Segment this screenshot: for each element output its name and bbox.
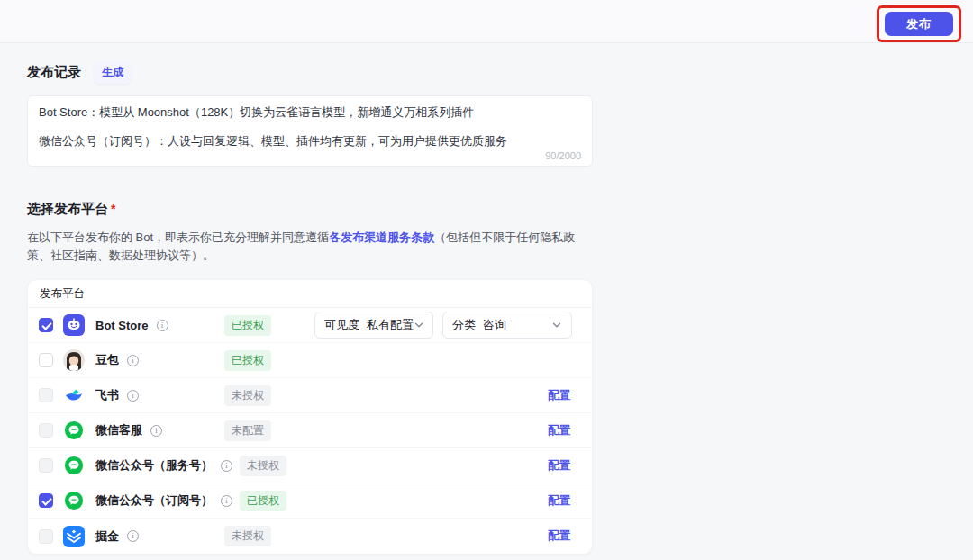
chevron-down-icon (414, 320, 424, 330)
platform-name: Bot Store (95, 319, 149, 332)
platform-table-header: 发布平台 (28, 280, 592, 308)
configure-link[interactable]: 配置 (548, 528, 570, 544)
platform-name: 豆包 (95, 352, 119, 368)
topbar: 发布 (0, 0, 973, 43)
status-badge: 已授权 (224, 315, 271, 336)
info-icon[interactable]: i (157, 320, 168, 331)
configure-link[interactable]: 配置 (548, 493, 570, 509)
category-dropdown-value: 咨询 (483, 317, 506, 333)
doubao-avatar-icon (63, 349, 85, 371)
release-note-line-1: Bot Store：模型从 Moonshot（128K）切换为云雀语言模型，新增… (39, 105, 581, 120)
platform-row-bot-store: Bot Store i 已授权 可见度 私有配置 分类 咨询 (28, 308, 592, 343)
platform-row-feishu: 飞书 i 未授权 配置 (28, 378, 592, 413)
platform-row-wechat-service: 微信公众号（服务号） i 未授权 配置 (28, 448, 592, 483)
status-badge: 未授权 (224, 526, 271, 546)
platform-name: 微信客服 (95, 422, 142, 438)
platform-name: 飞书 (95, 387, 119, 403)
platform-row-wechat-subscription: 微信公众号（订阅号） i 已授权 配置 (28, 483, 592, 519)
info-icon[interactable]: i (127, 390, 139, 402)
doubao-checkbox[interactable] (39, 353, 53, 367)
platform-section-title: 选择发布平台* (27, 201, 115, 218)
info-icon[interactable]: i (127, 355, 139, 366)
generate-button[interactable]: 生成 (94, 61, 132, 84)
feishu-icon (63, 384, 85, 406)
bot-store-icon (63, 314, 85, 336)
info-icon[interactable]: i (221, 495, 232, 507)
visibility-dropdown-value: 私有配置 (367, 317, 414, 333)
release-note-line-2: 微信公众号（订阅号）：人设与回复逻辑、模型、插件均有更新，可为用户提供更优质服务 (39, 134, 581, 149)
platform-name: 微信公众号（订阅号） (95, 492, 213, 509)
status-badge: 未授权 (224, 385, 271, 406)
configure-link[interactable]: 配置 (548, 458, 570, 474)
configure-link[interactable]: 配置 (548, 388, 570, 403)
wechat-icon (63, 490, 85, 511)
status-badge: 未配置 (224, 420, 271, 441)
juejin-icon (63, 526, 85, 547)
info-icon[interactable]: i (127, 530, 139, 542)
configure-link[interactable]: 配置 (548, 423, 570, 438)
info-icon[interactable]: i (150, 425, 162, 437)
status-badge: 已授权 (240, 491, 286, 511)
chevron-down-icon (551, 320, 562, 330)
platform-table: 发布平台 Bot Store i 已授权 可见度 私有配置 (27, 279, 593, 555)
status-badge: 已授权 (224, 350, 271, 371)
platform-row-wechat-kefu: 微信客服 i 未配置 配置 (28, 413, 592, 448)
platform-description: 在以下平台发布你的 Bot，即表示你已充分理解并同意遵循各发布渠道服务条款（包括… (27, 229, 596, 265)
feishu-checkbox (39, 388, 53, 402)
main-content: 发布记录 生成 Bot Store：模型从 Moonshot（128K）切换为云… (0, 43, 973, 555)
category-dropdown-label: 分类 (452, 317, 476, 333)
required-asterisk: * (111, 202, 115, 216)
wechat-icon (63, 420, 85, 441)
wechat-subscription-checkbox[interactable] (39, 493, 53, 508)
info-icon[interactable]: i (221, 460, 232, 472)
platform-row-doubao: 豆包 i 已授权 (28, 343, 592, 378)
publish-record-title: 发布记录 (27, 64, 81, 81)
wechat-kefu-checkbox (39, 423, 53, 438)
visibility-dropdown-label: 可见度 (324, 317, 359, 333)
wechat-service-checkbox (39, 458, 53, 473)
publish-button[interactable]: 发布 (885, 12, 953, 36)
platform-name: 掘金 (95, 528, 119, 545)
juejin-checkbox (39, 529, 53, 544)
wechat-icon (63, 455, 85, 476)
release-notes-textarea[interactable]: Bot Store：模型从 Moonshot（128K）切换为云雀语言模型，新增… (27, 95, 593, 167)
status-badge: 未授权 (240, 456, 286, 476)
category-dropdown[interactable]: 分类 咨询 (442, 312, 572, 339)
platform-name: 微信公众号（服务号） (95, 457, 213, 474)
bot-store-checkbox[interactable] (39, 318, 53, 332)
platform-row-juejin: 掘金 i 未授权 配置 (28, 519, 592, 554)
char-counter: 90/2000 (545, 150, 581, 161)
red-highlight-annotation: 发布 (877, 5, 961, 42)
terms-link[interactable]: 各发布渠道服务条款 (329, 230, 434, 244)
visibility-dropdown[interactable]: 可见度 私有配置 (314, 312, 433, 339)
